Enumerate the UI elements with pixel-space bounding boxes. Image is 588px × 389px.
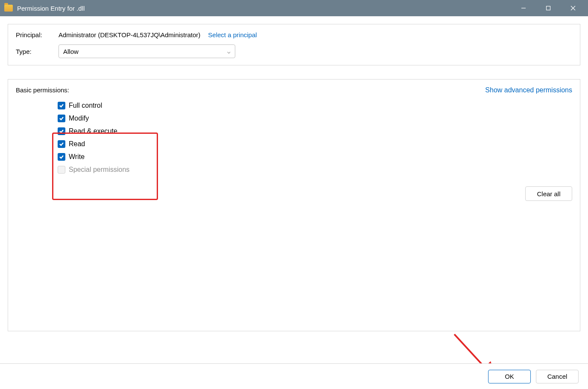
perm-modify[interactable]: Modify: [58, 112, 164, 125]
type-label: Type:: [16, 48, 59, 55]
perm-label: Read & execute: [69, 127, 117, 135]
perm-label: Full control: [69, 102, 102, 109]
checkbox-modify[interactable]: [58, 115, 65, 122]
type-select[interactable]: Allow ⌵: [59, 44, 235, 58]
select-principal-link[interactable]: Select a principal: [208, 31, 257, 38]
minimize-button[interactable]: [511, 0, 536, 16]
permissions-checklist: Full control Modify Read & execute Read …: [58, 99, 164, 176]
permissions-header-row: Basic permissions: Show advanced permiss…: [16, 86, 572, 94]
perm-special: Special permissions: [58, 163, 164, 176]
close-button[interactable]: [561, 0, 585, 16]
perm-write[interactable]: Write: [58, 150, 164, 163]
checkbox-full-control[interactable]: [58, 102, 65, 109]
perm-label: Write: [69, 153, 85, 161]
folder-icon: [4, 5, 13, 12]
minimize-icon: [521, 6, 526, 11]
checkbox-write[interactable]: [58, 153, 65, 161]
perm-read[interactable]: Read: [58, 138, 164, 150]
maximize-icon: [546, 6, 551, 11]
principal-label: Principal:: [16, 31, 59, 38]
type-row: Type: Allow ⌵: [16, 44, 572, 58]
window-controls: [511, 0, 585, 16]
close-icon: [570, 6, 576, 11]
perm-full-control[interactable]: Full control: [58, 99, 164, 112]
perm-label: Special permissions: [69, 166, 129, 174]
perm-label: Read: [69, 140, 85, 148]
principal-value: Administrator (DESKTOP-4L537JQ\Administr…: [59, 31, 200, 38]
dialog-footer: OK Cancel: [0, 363, 588, 389]
checkbox-special: [58, 166, 65, 174]
titlebar: Permission Entry for .dll: [0, 0, 588, 16]
permissions-group: Basic permissions: Show advanced permiss…: [8, 79, 580, 331]
cancel-button[interactable]: Cancel: [536, 370, 579, 383]
svg-rect-1: [547, 6, 550, 10]
principal-row: Principal: Administrator (DESKTOP-4L537J…: [16, 31, 572, 38]
window-title: Permission Entry for .dll: [17, 5, 85, 12]
basic-permissions-label: Basic permissions:: [16, 86, 69, 94]
chevron-down-icon: ⌵: [227, 48, 231, 55]
ok-button[interactable]: OK: [488, 370, 531, 383]
perm-read-execute[interactable]: Read & execute: [58, 125, 164, 138]
maximize-button[interactable]: [536, 0, 561, 16]
clear-all-button[interactable]: Clear all: [525, 186, 572, 201]
checkbox-read-execute[interactable]: [58, 127, 65, 135]
perm-label: Modify: [69, 115, 89, 122]
type-select-value: Allow: [63, 48, 79, 55]
show-advanced-link[interactable]: Show advanced permissions: [485, 86, 572, 94]
client-area: Principal: Administrator (DESKTOP-4L537J…: [0, 16, 588, 363]
principal-group: Principal: Administrator (DESKTOP-4L537J…: [8, 24, 580, 65]
checkbox-read[interactable]: [58, 140, 65, 148]
